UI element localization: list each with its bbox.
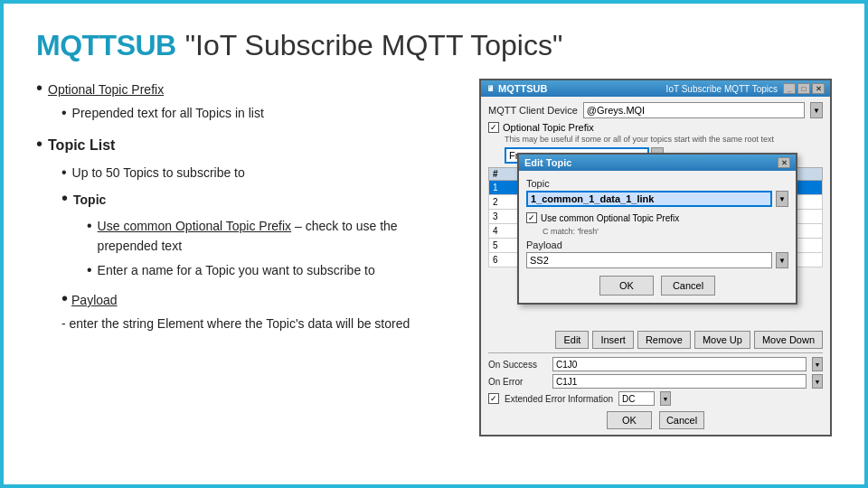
final-ok-btn[interactable]: OK [607, 411, 652, 429]
on-success-label: On Success [488, 360, 547, 370]
slide: MQTTSUB "IoT Subscribe MQTT Topics" • Op… [4, 4, 864, 484]
minimize-btn[interactable]: _ [783, 83, 796, 94]
optional-prefix-checkbox-row: ✓ Optional Topic Prefix [488, 122, 823, 133]
remove-btn[interactable]: Remove [637, 331, 691, 349]
sub-enter-name: • Enter a name for a Topic you want to s… [87, 258, 458, 282]
payload-desc: - enter the string Element where the Top… [61, 314, 410, 333]
bullet-dot-4: • [61, 289, 68, 307]
topic-list-label: Topic List [48, 134, 115, 157]
status-section: On Success ▼ On Error ▼ ✓ Extended Error… [488, 352, 823, 406]
sub-dot-4: • [87, 258, 92, 282]
enter-name-label: Enter a name for a Topic you want to sub… [98, 260, 375, 280]
sub-dot-1: • [61, 101, 67, 125]
edit-table-btn[interactable]: Edit [555, 331, 589, 349]
optional-prefix-checkbox[interactable]: ✓ [488, 122, 499, 133]
client-device-dropdown[interactable]: ▼ [810, 102, 823, 118]
ext-info-row: ✓ Extended Error Information ▼ [488, 391, 823, 406]
edit-payload-input[interactable] [526, 252, 772, 268]
ext-info-input[interactable] [618, 391, 655, 406]
on-success-row: On Success ▼ [488, 357, 823, 371]
sub-dot-3: • [87, 214, 92, 238]
use-common-label: Use common Optional Topic Prefix – check… [98, 216, 458, 257]
bullet-optional-topic: • Optional Topic Prefix • Prepended text… [36, 79, 458, 125]
close-btn[interactable]: ✕ [812, 83, 825, 94]
optional-topic-prefix-label: Optional Topic Prefix [48, 80, 164, 99]
dialog-subtitle: IoT Subscribe MQTT Topics [666, 84, 778, 94]
ext-info-dropdown[interactable]: ▼ [660, 391, 671, 406]
move-up-btn[interactable]: Move Up [694, 331, 750, 349]
edit-payload-dropdown[interactable]: ▼ [776, 252, 788, 268]
dialog-title-icon: 🖥 [486, 84, 495, 93]
edit-topic-label: Topic [526, 178, 788, 189]
topic-subsection: • Topic • Use common Optional Topic Pref… [61, 189, 458, 282]
edit-payload-label: Payload [526, 239, 788, 250]
bullet-dot-2: • [36, 135, 42, 153]
final-buttons: OK Cancel [488, 411, 823, 429]
edit-cancel-btn[interactable]: Cancel [661, 276, 715, 296]
bullet-dot-1: • [36, 79, 42, 97]
maximize-btn[interactable]: □ [797, 83, 810, 94]
final-cancel-btn[interactable]: Cancel [659, 411, 704, 429]
sub-bullet-prepended: • Prepended text for all Topics in list [61, 101, 458, 125]
edit-close-btn[interactable]: ✕ [778, 157, 790, 168]
edit-ok-btn[interactable]: OK [599, 276, 654, 296]
edit-use-prefix-label: Use common Optional Topic Prefix [541, 213, 679, 223]
optional-prefix-dialog-label: Optional Topic Prefix [503, 122, 594, 133]
edit-dialog-titlebar: Edit Topic ✕ [519, 155, 796, 171]
edit-cmatch-hint: C match: 'fresh' [542, 227, 788, 236]
topic-header: • Topic [61, 189, 458, 210]
sub-dot-2: • [61, 161, 67, 184]
hint-text: This may be useful if some or all of you… [505, 135, 823, 144]
client-device-row: MQTT Client Device ▼ [488, 102, 823, 118]
insert-btn[interactable]: Insert [592, 331, 634, 349]
dialog-titlebar: 🖥 MQTTSUB IoT Subscribe MQTT Topics _ □ … [481, 80, 830, 97]
sub-bullet-up50: • Up to 50 Topics to subscribe to [61, 161, 458, 184]
on-error-row: On Error ▼ [488, 374, 823, 389]
edit-use-prefix-row: ✓ Use common Optional Topic Prefix [526, 212, 788, 223]
ext-info-label: Extended Error Information [505, 394, 613, 404]
dialog-body: MQTT Client Device ▼ ✓ Optional Topic Pr… [481, 97, 830, 435]
edit-dialog: Edit Topic ✕ Topic ▼ [517, 153, 797, 305]
payload-section: • Payload - enter the string Element whe… [61, 289, 458, 334]
edit-payload-row: ▼ [526, 252, 788, 268]
edit-topic-row: ▼ [526, 191, 788, 207]
on-error-input[interactable] [552, 374, 807, 389]
window-controls: _ □ ✕ [783, 83, 825, 94]
payload-label: Payload [71, 290, 118, 310]
edit-dialog-body: Topic ▼ ✓ Use common Optional Topic Pref… [519, 171, 796, 303]
sub-use-common: • Use common Optional Topic Prefix – che… [87, 214, 458, 257]
left-panel: • Optional Topic Prefix • Prepended text… [36, 79, 458, 436]
on-error-label: On Error [488, 377, 547, 387]
footer-buttons: Edit Insert Remove Move Up Move Down [488, 331, 823, 349]
edit-dialog-title-label: Edit Topic [524, 157, 571, 168]
client-device-label: MQTT Client Device [488, 105, 578, 116]
move-down-btn[interactable]: Move Down [754, 331, 823, 349]
client-device-input[interactable] [583, 102, 805, 118]
bullet-dot-3: • [61, 189, 68, 207]
edit-topic-input[interactable] [526, 191, 772, 207]
subtitle: "IoT Subscribe MQTT Topics" [185, 29, 563, 62]
prepended-text-label: Prepended text for all Topics in list [72, 103, 264, 123]
title-bar: MQTTSUB "IoT Subscribe MQTT Topics" [36, 29, 832, 62]
dialog-title: MQTTSUB [498, 83, 547, 94]
on-error-dropdown[interactable]: ▼ [812, 374, 823, 389]
on-success-dropdown[interactable]: ▼ [812, 357, 823, 371]
ext-info-checkbox[interactable]: ✓ [488, 393, 499, 404]
edit-dialog-buttons: OK Cancel [526, 276, 788, 296]
edit-topic-dropdown[interactable]: ▼ [776, 191, 788, 207]
right-panel: 🖥 MQTTSUB IoT Subscribe MQTT Topics _ □ … [479, 79, 832, 436]
content-area: • Optional Topic Prefix • Prepended text… [36, 79, 832, 436]
topic-sub-label: Topic [73, 190, 106, 210]
topic-list-header: • Topic List [36, 134, 458, 157]
on-success-input[interactable] [552, 357, 807, 371]
up-to-50-label: Up to 50 Topics to subscribe to [72, 163, 245, 183]
main-dialog: 🖥 MQTTSUB IoT Subscribe MQTT Topics _ □ … [479, 79, 832, 436]
edit-use-prefix-checkbox[interactable]: ✓ [526, 212, 537, 223]
brand-title: MQTTSUB [36, 29, 176, 62]
